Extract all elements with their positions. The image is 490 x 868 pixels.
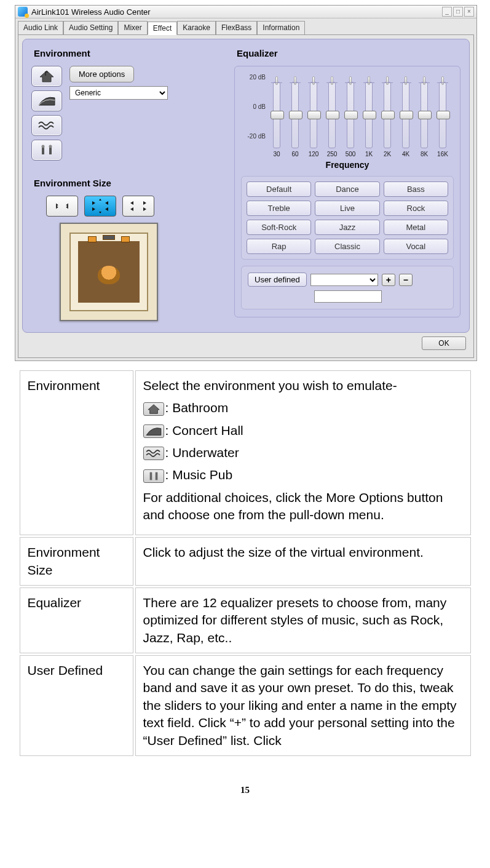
tab-flexbass[interactable]: FlexBass xyxy=(216,21,257,34)
user-defined-add-button[interactable]: + xyxy=(382,274,395,286)
page-number: 15 xyxy=(15,785,475,795)
environment-underwater-button[interactable] xyxy=(31,115,62,136)
svg-marker-15 xyxy=(130,201,133,205)
doc-val-environment: Select the environment you wish to emula… xyxy=(135,370,471,535)
eq-slider-16K[interactable]: 16K xyxy=(434,82,451,157)
user-defined-remove-button[interactable]: − xyxy=(399,274,413,286)
environment-bathroom-button[interactable] xyxy=(31,66,62,87)
svg-marker-17 xyxy=(130,207,133,211)
tab-information[interactable]: Information xyxy=(257,21,305,34)
bathroom-icon xyxy=(143,402,164,416)
preset-dance-button[interactable]: Dance xyxy=(315,181,379,197)
eq-freq-label: 250 xyxy=(327,151,338,157)
underwater-icon xyxy=(143,447,164,460)
equalizer-title: Equalizer xyxy=(237,48,460,58)
preset-soft-rock-button[interactable]: Soft-Rock xyxy=(247,220,311,235)
size-small-button[interactable] xyxy=(46,196,78,217)
table-row: Environment Select the environment you w… xyxy=(20,370,471,535)
tab-effect[interactable]: Effect xyxy=(148,22,177,35)
size-medium-button[interactable] xyxy=(84,196,116,217)
equalizer-sliders: 20 dB 0 dB -20 dB 30601202505001K2K4K8K1… xyxy=(241,73,454,159)
preset-rap-button[interactable]: Rap xyxy=(247,239,311,254)
maximize-button[interactable]: □ xyxy=(453,7,463,17)
eq-ylabel-mid: 0 dB xyxy=(253,103,266,110)
svg-point-3 xyxy=(42,145,45,148)
eq-freq-label: 1K xyxy=(365,151,373,157)
eq-thumb-1K[interactable] xyxy=(363,111,376,119)
doc-env-item: : Music Pub xyxy=(143,466,463,484)
eq-thumb-2K[interactable] xyxy=(381,111,395,119)
environment-preset-select[interactable]: Generic xyxy=(69,86,168,100)
eq-thumb-120[interactable] xyxy=(307,111,321,119)
minimize-button[interactable]: _ xyxy=(442,7,452,17)
tab-karaoke[interactable]: Karaoke xyxy=(177,21,216,34)
environment-size-buttons xyxy=(46,196,228,217)
eq-thumb-60[interactable] xyxy=(289,111,302,119)
environment-concert-hall-button[interactable] xyxy=(31,90,62,111)
ok-button[interactable]: OK xyxy=(422,336,466,350)
preset-classic-button[interactable]: Classic xyxy=(315,239,379,254)
tabstrip: Audio LinkAudio SettingMixerEffectKaraok… xyxy=(15,18,476,34)
environment-icon-list xyxy=(31,66,62,161)
doc-val-equalizer: There are 12 equalizer presets to choose… xyxy=(135,587,471,653)
eq-slider-60[interactable]: 60 xyxy=(286,82,304,157)
effect-panel: Environment xyxy=(22,39,470,333)
doc-val-user-defined: You can change the gain settings for eac… xyxy=(135,655,471,756)
preset-rock-button[interactable]: Rock xyxy=(384,201,448,216)
equalizer-presets: DefaultDanceBassTrebleLiveRockSoft-RockJ… xyxy=(241,176,454,260)
preset-bass-button[interactable]: Bass xyxy=(384,181,448,197)
eq-ylabel-bottom: -20 dB xyxy=(248,133,266,140)
underwater-icon xyxy=(38,119,56,132)
preset-live-button[interactable]: Live xyxy=(315,201,379,216)
eq-slider-1K[interactable]: 1K xyxy=(360,82,377,157)
eq-slider-2K[interactable]: 2K xyxy=(379,82,396,157)
eq-thumb-4K[interactable] xyxy=(400,111,413,119)
tab-audio-setting[interactable]: Audio Setting xyxy=(63,21,118,34)
eq-slider-30[interactable]: 30 xyxy=(268,82,285,157)
tab-body: Environment xyxy=(18,34,474,358)
svg-marker-9 xyxy=(92,201,95,205)
environment-music-pub-button[interactable] xyxy=(31,140,62,161)
svg-marker-12 xyxy=(105,207,108,211)
concert-hall-icon xyxy=(143,424,164,438)
user-defined-select[interactable] xyxy=(310,274,378,286)
preset-metal-button[interactable]: Metal xyxy=(384,220,448,235)
doc-env-outro: For additional choices, click the More O… xyxy=(143,489,463,524)
svg-marker-18 xyxy=(143,207,146,211)
user-defined-name-input[interactable] xyxy=(314,290,382,303)
environment-title: Environment xyxy=(34,48,228,58)
preset-treble-button[interactable]: Treble xyxy=(247,201,311,216)
table-row: User Defined You can change the gain set… xyxy=(20,655,471,756)
eq-thumb-16K[interactable] xyxy=(437,111,450,119)
eq-thumb-8K[interactable] xyxy=(418,111,432,119)
tab-audio-link[interactable]: Audio Link xyxy=(18,21,63,34)
eq-freq-label: 500 xyxy=(346,151,356,157)
eq-slider-4K[interactable]: 4K xyxy=(397,82,414,157)
eq-thumb-250[interactable] xyxy=(326,111,339,119)
preset-default-button[interactable]: Default xyxy=(247,181,311,197)
svg-marker-7 xyxy=(56,205,58,209)
eq-slider-500[interactable]: 500 xyxy=(342,82,359,157)
tab-mixer[interactable]: Mixer xyxy=(118,21,147,34)
user-defined-label: User defined xyxy=(248,273,307,287)
eq-freq-label: 30 xyxy=(273,151,280,157)
eq-thumb-30[interactable] xyxy=(271,111,284,119)
doc-env-intro: Select the environment you wish to emula… xyxy=(143,377,463,394)
preset-vocal-button[interactable]: Vocal xyxy=(384,239,448,254)
eq-thumb-500[interactable] xyxy=(344,111,358,119)
eq-slider-120[interactable]: 120 xyxy=(305,82,322,157)
close-button[interactable]: × xyxy=(464,7,474,17)
more-options-button[interactable]: More options xyxy=(69,66,134,82)
app-icon xyxy=(18,7,28,17)
arrows-in-small-icon xyxy=(53,200,72,212)
svg-marker-8 xyxy=(66,205,68,209)
eq-freq-label: 60 xyxy=(291,151,298,157)
svg-rect-20 xyxy=(149,472,152,480)
eq-freq-label: 16K xyxy=(437,151,448,157)
eq-slider-250[interactable]: 250 xyxy=(323,82,341,157)
eq-slider-8K[interactable]: 8K xyxy=(416,82,433,157)
size-large-button[interactable] xyxy=(122,196,154,217)
doc-key-env-size: Environment Size xyxy=(20,537,133,586)
doc-key-environment: Environment xyxy=(20,370,133,535)
preset-jazz-button[interactable]: Jazz xyxy=(315,220,379,235)
